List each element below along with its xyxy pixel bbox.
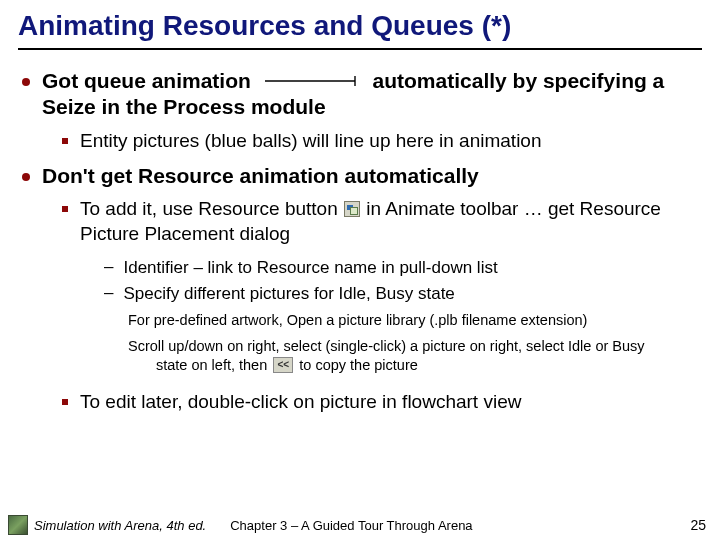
- queue-line-icon: [263, 75, 361, 87]
- bullet-dot-icon: [22, 173, 30, 181]
- footer-page-number: 25: [690, 517, 706, 533]
- note-2: Scroll up/down on right, select (single-…: [128, 337, 702, 376]
- resource-button-icon: [344, 201, 360, 217]
- bullet-2: Don't get Resource animation automatical…: [22, 163, 702, 189]
- bullet-2-1: To add it, use Resource button in Animat…: [62, 197, 702, 246]
- footer-book: Simulation with Arena, 4th ed.: [34, 518, 206, 533]
- bullet-2-1-text: To add it, use Resource button in Animat…: [80, 197, 702, 246]
- bullet-2-1b: – Specify different pictures for Idle, B…: [104, 283, 702, 305]
- bullet-square-icon: [62, 399, 68, 405]
- copy-left-button-icon: <<: [273, 357, 293, 373]
- book-thumbnail-icon: [8, 515, 28, 535]
- b1-pre: Got queue animation: [42, 69, 251, 92]
- bullet-2-2-text: To edit later, double-click on picture i…: [80, 390, 702, 415]
- slide-title: Animating Resources and Queues (*): [18, 10, 702, 42]
- bullet-2-1a-text: Identifier – link to Resource name in pu…: [123, 257, 702, 279]
- note-2b: state on left, then: [156, 357, 267, 373]
- dash-icon: –: [104, 257, 113, 277]
- b2s1-pre: To add it, use Resource button: [80, 198, 338, 219]
- bullet-2-1a: – Identifier – link to Resource name in …: [104, 257, 702, 279]
- note-1: For pre-defined artwork, Open a picture …: [128, 311, 702, 331]
- bullet-square-icon: [62, 138, 68, 144]
- bullet-1-1: Entity pictures (blue balls) will line u…: [62, 129, 702, 154]
- bullet-1-1-text: Entity pictures (blue balls) will line u…: [80, 129, 702, 154]
- dash-icon: –: [104, 283, 113, 303]
- note-2c: to copy the picture: [299, 357, 418, 373]
- bullet-2-text: Don't get Resource animation automatical…: [42, 163, 702, 189]
- bullet-square-icon: [62, 206, 68, 212]
- bullet-1-text: Got queue animation automatically by spe…: [42, 68, 702, 121]
- note-2a: Scroll up/down on right, select (single-…: [128, 338, 645, 354]
- bullet-1: Got queue animation automatically by spe…: [22, 68, 702, 121]
- bullet-2-2: To edit later, double-click on picture i…: [62, 390, 702, 415]
- bullet-dot-icon: [22, 78, 30, 86]
- bullet-2-1b-text: Specify different pictures for Idle, Bus…: [123, 283, 702, 305]
- title-rule: [18, 48, 702, 50]
- footer-chapter: Chapter 3 – A Guided Tour Through Arena: [230, 518, 472, 533]
- slide-footer: Simulation with Arena, 4th ed. Chapter 3…: [0, 510, 720, 540]
